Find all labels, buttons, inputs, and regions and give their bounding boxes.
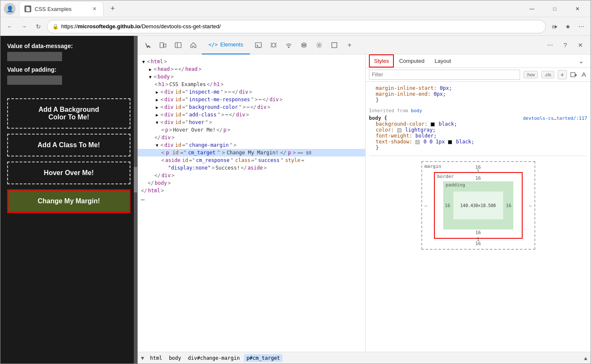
close-devtools-button[interactable]: ✕ [574,38,587,52]
layout-tab[interactable]: Layout [429,54,456,67]
data-message-section: Value of data-message: [7,43,130,61]
new-style-rule-icon[interactable] [570,71,577,78]
breadcrumb-body[interactable]: body [166,354,184,362]
collapse-head[interactable]: ▶ [148,67,153,72]
collapse-bg[interactable]: ▶ [155,105,160,110]
collapse-body[interactable]: ▼ [148,74,153,79]
computed-tab[interactable]: Computed [394,54,429,67]
inspect-me-responses-line[interactable]: ▶ <div id="inspect-me-responses"> ⋯ </di… [138,96,365,103]
breadcrumb-div-change-margin[interactable]: div#change-margin [185,354,242,362]
styles-tab[interactable]: Styles [370,55,393,67]
rect-tool-button[interactable] [328,38,341,52]
cm-target-line[interactable]: <p id="cm_target"> Change My Margin! </p… [138,149,365,156]
margin-right-val: – [529,203,532,208]
collapse-html[interactable]: ▼ [141,59,146,64]
padding-input[interactable] [7,75,62,85]
new-tab-button[interactable]: + [107,3,119,15]
head-line[interactable]: ▶ <head> ⋯ </head> [138,65,365,73]
site-preview-panel: Value of data-message: Value of padding:… [0,36,138,364]
css-close-brace-1: } [376,97,587,103]
background-color-box[interactable]: Add A Background Color To Me! [7,98,130,129]
sidebar-tool-button[interactable] [171,38,185,52]
more-indicator: ⋯ [138,194,365,205]
color-swatch[interactable] [397,128,401,132]
device-tool-button[interactable] [156,38,170,52]
inspect-me-line[interactable]: ▶ <div id="inspect-me"> ⋯ </div> [138,88,365,96]
browser-tab[interactable]: 📄 CSS Examples ✕ [19,1,103,16]
more-button[interactable]: ⋯ [575,21,587,32]
scrollbar-track [134,36,137,364]
restore-button[interactable]: □ [545,3,564,15]
hov-button[interactable]: :hov [523,71,538,78]
collapse-inspect-me[interactable]: ▶ [155,89,160,94]
home-tool-button[interactable] [187,38,200,52]
text-shadow-swatch[interactable]: □ [415,140,420,144]
css-prop-font-weight: font-weight: bolder; [376,133,587,139]
text-shadow-color-swatch[interactable] [448,140,452,144]
wifi-tool-button[interactable] [282,38,296,52]
aside-line[interactable]: <aside id="cm_response" class="success" … [138,156,365,164]
css-prop-margin-inline-start: margin-inline-start: 0px; [376,85,587,91]
change-margin-box[interactable]: Change My Margin! [7,189,130,213]
border-top-val: 1 [477,169,480,174]
change-margin-close[interactable]: </div> [138,172,365,179]
styles-chevron[interactable]: ⌄ [575,57,587,65]
breadcrumb-p-cm-target[interactable]: p#cm_target [244,354,282,362]
bug-tool-button[interactable] [267,38,280,52]
breadcrumb-arrow-left[interactable]: ▼ [141,355,144,361]
h1-line[interactable]: <h1> CSS Examples </h1> [138,81,365,88]
add-class-line[interactable]: ▶ <div id="add-class"> ⋯ </div> [138,111,365,119]
close-button[interactable]: ✕ [568,3,587,15]
console-tool-button[interactable] [252,38,265,52]
forward-button[interactable]: → [18,21,30,32]
data-message-label: Value of data-message: [7,43,130,49]
change-margin-line[interactable]: ▼ <div id="change-margin"> [138,141,365,149]
devtools-breadcrumb: ▼ html body div#change-margin p#cm_targe… [138,352,591,364]
elements-tab[interactable]: </> Elements [202,36,250,54]
html-root-line[interactable]: ▼ <html> [138,58,365,65]
minimize-button[interactable]: — [522,3,542,15]
html-close[interactable]: </html> [138,187,365,194]
inherited-from-body: Inherited from body [369,108,587,113]
data-message-input[interactable] [7,52,62,61]
add-class-box[interactable]: Add A Class To Me! [7,134,130,156]
collapse-hover[interactable]: ▼ [155,120,160,125]
scrollbar-thumb[interactable] [134,167,137,192]
hover-div-line[interactable]: ▼ <div id="hover"> [138,119,365,126]
collapse-inspect-me-r[interactable]: ▶ [155,97,160,102]
collapse-add-class[interactable]: ▶ [155,112,160,117]
back-button[interactable]: ← [4,21,16,32]
bg-color-swatch[interactable] [431,122,435,127]
background-color-line[interactable]: ▶ <div id="background-color"> ⋯ </div> [138,103,365,111]
add-style-button[interactable]: + [558,70,567,79]
elements-tab-icon: </> [209,42,218,48]
layers-tool-button[interactable] [297,38,311,52]
aside-display-line[interactable]: "display:none"> Success! </aside> [138,164,365,172]
breadcrumb-scroll-right[interactable]: ▲ [584,355,587,361]
cls-button[interactable]: .cls [541,71,554,78]
breadcrumb-html[interactable]: html [147,354,165,362]
collapse-change-margin[interactable]: ▼ [155,143,160,148]
help-button[interactable]: ? [558,38,572,52]
body-line[interactable]: ▼ <body> [138,73,365,81]
svg-point-13 [288,47,289,48]
body-close[interactable]: </body> [138,179,365,187]
favorites-button[interactable]: ★ [562,21,574,32]
more-tools-button[interactable]: ⋯ [543,38,557,52]
padding-left-val: 16 [445,203,450,208]
inspect-tool-button[interactable] [141,38,155,52]
styles-filter-input[interactable] [369,70,520,80]
hover-div-close[interactable]: </div> [138,134,365,141]
profile-icon[interactable]: 👤 [4,3,16,15]
gear-tool-button[interactable] [312,38,326,52]
refresh-button[interactable]: ↻ [33,21,44,32]
inspect-style-icon[interactable] [580,71,587,78]
hover-p-line[interactable]: <p> Hover Over Me! </p> [138,126,365,134]
border-bottom-val: 1 [477,237,480,242]
tab-close-button[interactable]: ✕ [91,5,98,12]
hover-box[interactable]: Hover Over Me! [7,162,130,184]
css-prop-color: color: lightgray; [376,127,587,133]
add-tool-button[interactable]: + [343,38,356,52]
url-bar[interactable]: 🔒 https://microsoftedge.github.io/Demos/… [47,20,546,33]
read-aloud-button[interactable]: 🕪 [548,21,560,32]
